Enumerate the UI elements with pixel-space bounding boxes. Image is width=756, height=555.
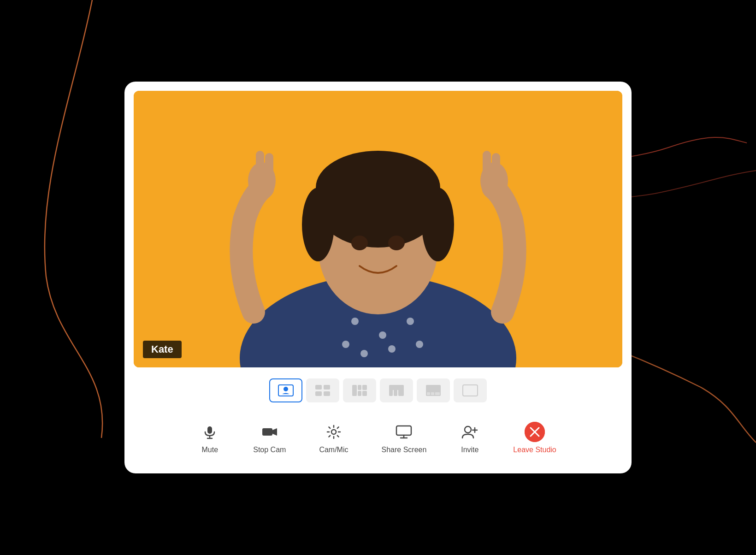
svg-point-13: [342, 341, 349, 348]
controls-bar: Mute Stop Cam Cam/Mic: [134, 413, 622, 460]
svg-point-7: [422, 188, 454, 261]
svg-rect-32: [362, 385, 367, 390]
participant-name: Kate: [143, 341, 182, 358]
stop-cam-label: Stop Cam: [253, 446, 286, 454]
svg-rect-43: [207, 426, 212, 434]
invite-button[interactable]: Invite: [452, 418, 487, 458]
camera-icon: [260, 422, 280, 442]
svg-rect-39: [427, 392, 430, 395]
svg-point-11: [379, 331, 386, 339]
svg-point-10: [351, 318, 359, 325]
studio-container: Kate: [124, 82, 632, 473]
leave-studio-button[interactable]: Leave Studio: [506, 418, 563, 458]
svg-point-51: [465, 426, 471, 433]
svg-rect-22: [492, 153, 500, 184]
svg-rect-25: [315, 385, 322, 390]
svg-rect-30: [358, 385, 361, 390]
close-circle-icon: [525, 422, 545, 442]
layout-btn-single[interactable]: [269, 378, 302, 402]
svg-rect-35: [389, 387, 393, 396]
layout-btn-grid4[interactable]: [380, 378, 413, 402]
svg-rect-31: [358, 391, 361, 396]
svg-rect-26: [324, 385, 330, 390]
mute-button[interactable]: Mute: [192, 418, 227, 458]
person-add-icon: [460, 422, 480, 442]
share-screen-label: Share Screen: [382, 446, 427, 454]
svg-point-8: [351, 236, 368, 250]
svg-rect-36: [394, 387, 397, 396]
layout-btn-wide[interactable]: [417, 378, 450, 402]
svg-rect-18: [256, 151, 264, 183]
svg-rect-29: [352, 385, 357, 396]
stop-cam-button[interactable]: Stop Cam: [246, 418, 293, 458]
svg-point-6: [302, 188, 334, 261]
svg-point-15: [360, 350, 368, 357]
svg-rect-42: [463, 385, 478, 396]
svg-point-47: [331, 430, 336, 434]
leave-studio-label: Leave Studio: [513, 446, 556, 454]
video-area: Kate: [134, 91, 622, 367]
mute-label: Mute: [201, 446, 218, 454]
layout-selector: [134, 377, 622, 404]
svg-rect-37: [398, 387, 404, 396]
mic-icon: [200, 422, 220, 442]
layout-btn-grid3[interactable]: [343, 378, 376, 402]
svg-point-16: [388, 345, 396, 353]
svg-rect-41: [435, 392, 440, 395]
svg-rect-19: [265, 153, 273, 184]
cam-mic-button[interactable]: Cam/Mic: [312, 418, 355, 458]
svg-rect-27: [315, 391, 322, 396]
svg-rect-48: [396, 426, 411, 435]
share-screen-button[interactable]: Share Screen: [374, 418, 434, 458]
video-background: [134, 91, 622, 367]
svg-rect-33: [362, 391, 367, 396]
svg-point-24: [284, 387, 288, 391]
svg-rect-40: [431, 392, 434, 395]
settings-icon: [324, 422, 344, 442]
svg-point-12: [407, 318, 414, 325]
svg-rect-46: [262, 428, 272, 436]
svg-point-14: [416, 341, 423, 348]
svg-rect-28: [324, 391, 330, 396]
video-feed: [134, 91, 622, 367]
layout-btn-grid2[interactable]: [306, 378, 339, 402]
invite-label: Invite: [461, 446, 478, 454]
layout-btn-blank[interactable]: [454, 378, 487, 402]
cam-mic-label: Cam/Mic: [319, 446, 348, 454]
svg-rect-21: [483, 151, 491, 183]
monitor-icon: [394, 422, 414, 442]
svg-point-9: [388, 236, 405, 250]
